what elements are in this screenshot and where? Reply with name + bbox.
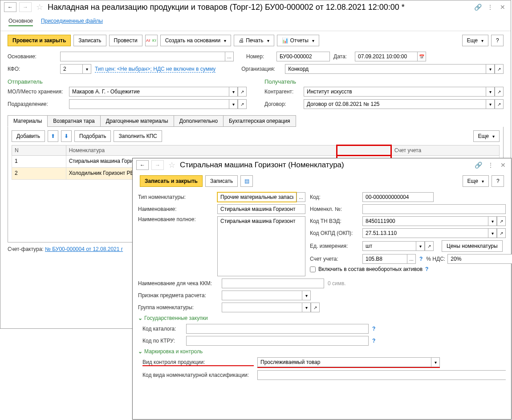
okpd-input[interactable] xyxy=(362,228,488,238)
group-input[interactable] xyxy=(222,303,302,312)
account-ellipsis[interactable]: … xyxy=(407,254,416,264)
tab-materials[interactable]: Материалы xyxy=(8,115,48,127)
unit-input[interactable] xyxy=(362,241,416,251)
group-dropdown[interactable]: ▾ xyxy=(302,303,311,312)
link-icon[interactable]: 🔗 xyxy=(474,161,483,170)
basis-ellipsis[interactable]: … xyxy=(225,52,234,61)
include-nonc-checkbox[interactable] xyxy=(310,267,316,272)
close-icon[interactable]: ✕ xyxy=(498,3,507,12)
ktru-input[interactable] xyxy=(186,336,369,346)
mol-input[interactable] xyxy=(69,87,229,97)
contract-open[interactable]: ↗ xyxy=(495,99,504,109)
save-button[interactable]: Записать xyxy=(73,35,106,46)
reports-button[interactable]: 📊 Отчеты xyxy=(277,35,319,46)
nav-forward-button[interactable]: → xyxy=(19,2,32,12)
tab-accounting[interactable]: Бухгалтерская операция xyxy=(223,115,296,127)
subject-dropdown[interactable]: ▾ xyxy=(302,291,311,300)
tab-more-button[interactable]: Еще xyxy=(473,130,500,142)
class-input[interactable] xyxy=(257,370,506,380)
post-button[interactable]: Провести xyxy=(109,35,142,46)
number-input[interactable] xyxy=(276,52,330,61)
col-n[interactable]: N xyxy=(12,145,66,156)
okpd-dropdown[interactable]: ▾ xyxy=(488,228,497,238)
tab-precious[interactable]: Драгоценные материалы xyxy=(100,115,174,127)
tab-return-tare[interactable]: Возвратная тара xyxy=(47,115,101,127)
date-input[interactable] xyxy=(355,52,417,61)
post-close-button[interactable]: Провести и закрыть xyxy=(8,35,71,46)
tnved-open[interactable]: ↗ xyxy=(497,216,506,226)
list-button[interactable]: ▤ xyxy=(240,175,253,187)
sub-save-close-button[interactable]: Записать и закрыть xyxy=(140,175,203,187)
tab-additional[interactable]: Дополнительно xyxy=(174,115,223,127)
marking-toggle[interactable]: Маркировка и контроль xyxy=(138,348,506,355)
nomen-no-input[interactable] xyxy=(362,204,506,214)
more-icon[interactable]: ⋮ xyxy=(486,161,495,170)
price-type-link[interactable]: Тип цен: <Не выбран>; НДС не включен в с… xyxy=(95,66,215,73)
sub-nav-forward[interactable]: → xyxy=(151,160,164,170)
link-icon[interactable]: 🔗 xyxy=(473,3,482,12)
account-input[interactable] xyxy=(362,254,407,264)
sub-help-button[interactable]: ? xyxy=(492,175,504,187)
unit-open[interactable]: ↗ xyxy=(425,241,434,251)
more-icon[interactable]: ⋮ xyxy=(486,3,495,12)
sub-more-button[interactable]: Еще xyxy=(463,175,489,187)
control-dropdown[interactable]: ▾ xyxy=(431,357,440,367)
mol-dropdown[interactable]: ▾ xyxy=(229,87,238,97)
sub-save-button[interactable]: Записать xyxy=(205,175,238,187)
okpd-open[interactable]: ↗ xyxy=(497,228,506,238)
subdiv-open[interactable]: ↗ xyxy=(238,99,247,109)
catalog-input[interactable] xyxy=(186,324,369,334)
catalog-help-icon[interactable]: ? xyxy=(372,326,375,332)
gov-purchases-toggle[interactable]: Государственные закупки xyxy=(138,315,506,321)
star-icon[interactable]: ☆ xyxy=(168,160,175,170)
help-button[interactable]: ? xyxy=(491,35,504,46)
subdiv-dropdown[interactable]: ▾ xyxy=(229,99,238,109)
date-picker-button[interactable]: 📅 xyxy=(417,52,426,61)
contract-input[interactable] xyxy=(304,99,486,109)
invoice-link[interactable]: № БУ00-000004 от 12.08.2021 г xyxy=(45,246,123,252)
nonc-help-icon[interactable]: ? xyxy=(425,266,428,272)
account-help-icon[interactable]: ? xyxy=(419,256,423,262)
tnved-input[interactable] xyxy=(362,216,488,226)
nav-back-button[interactable]: ← xyxy=(4,2,16,12)
code-input[interactable] xyxy=(362,192,434,202)
fill-kps-button[interactable]: Заполнить КПС xyxy=(114,130,162,142)
move-down-button[interactable]: ⬇ xyxy=(61,130,72,142)
full-name-input[interactable] xyxy=(217,216,305,276)
basis-input[interactable] xyxy=(60,52,225,61)
kkm-input[interactable] xyxy=(222,279,324,288)
subject-input[interactable] xyxy=(222,291,302,300)
move-up-button[interactable]: ⬆ xyxy=(48,130,58,142)
control-input[interactable] xyxy=(257,357,431,367)
star-icon[interactable]: ☆ xyxy=(36,2,43,12)
sub-nav-back[interactable]: ← xyxy=(136,160,149,170)
counterparty-dropdown[interactable]: ▾ xyxy=(486,87,495,97)
col-account[interactable]: Счет учета xyxy=(391,145,499,156)
name-input[interactable] xyxy=(217,204,305,214)
org-dropdown[interactable]: ▾ xyxy=(486,64,495,74)
add-row-button[interactable]: Добавить xyxy=(12,130,45,142)
col-eye[interactable] xyxy=(337,145,391,156)
tnved-dropdown[interactable]: ▾ xyxy=(488,216,497,226)
create-from-button[interactable]: Создать на основании xyxy=(160,35,232,46)
unit-dropdown[interactable]: ▾ xyxy=(416,241,425,251)
ktru-help-icon[interactable]: ? xyxy=(372,338,375,344)
mol-open[interactable]: ↗ xyxy=(238,87,247,97)
org-input[interactable] xyxy=(285,64,486,74)
kfo-dropdown[interactable]: ▾ xyxy=(82,64,91,74)
vat-input[interactable] xyxy=(447,254,512,264)
contract-dropdown[interactable]: ▾ xyxy=(486,99,495,109)
org-open[interactable]: ↗ xyxy=(495,64,504,74)
nav-tab-main[interactable]: Основное xyxy=(8,16,33,26)
type-input[interactable] xyxy=(217,192,297,202)
group-open[interactable]: ↗ xyxy=(311,303,320,312)
type-ellipsis[interactable]: … xyxy=(297,192,305,202)
prices-button[interactable]: Цены номенклатуры xyxy=(442,240,503,252)
subdiv-input[interactable] xyxy=(69,99,229,109)
col-nomen[interactable]: Номенклатура xyxy=(66,145,337,156)
counterparty-input[interactable] xyxy=(304,87,486,97)
more-button[interactable]: Еще xyxy=(462,35,488,46)
close-icon[interactable]: ✕ xyxy=(499,161,508,170)
pick-button[interactable]: Подобрать xyxy=(74,130,111,142)
nav-tab-attachments[interactable]: Присоединенные файлы xyxy=(41,16,103,26)
